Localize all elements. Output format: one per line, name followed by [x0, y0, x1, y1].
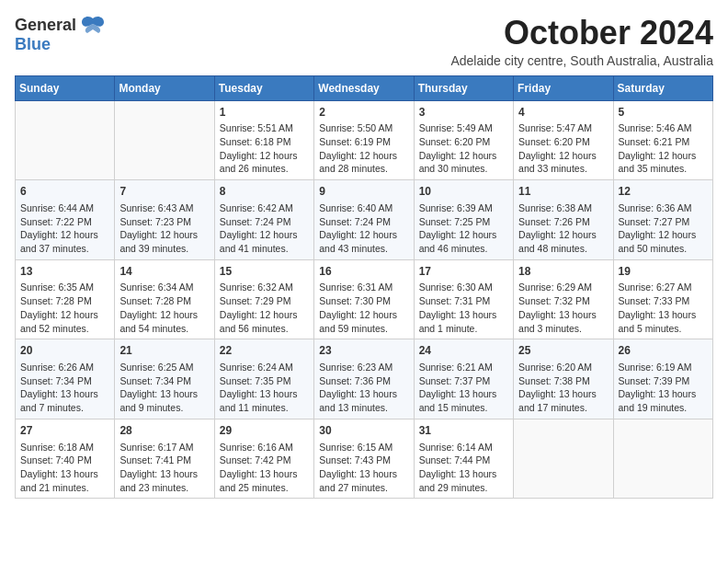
day-info: Sunrise: 6:44 AM Sunset: 7:22 PM Dayligh… — [20, 201, 109, 256]
day-info: Sunrise: 6:35 AM Sunset: 7:28 PM Dayligh… — [20, 281, 109, 335]
day-info: Sunrise: 6:18 AM Sunset: 7:40 PM Dayligh… — [20, 441, 109, 495]
day-number: 29 — [220, 423, 309, 439]
day-info: Sunrise: 6:42 AM Sunset: 7:24 PM Dayligh… — [220, 201, 309, 256]
day-of-week-header: Tuesday — [214, 75, 313, 100]
calendar-cell: 5Sunrise: 5:46 AM Sunset: 6:21 PM Daylig… — [613, 100, 712, 180]
calendar-week-row: 13Sunrise: 6:35 AM Sunset: 7:28 PM Dayli… — [16, 259, 713, 339]
day-info: Sunrise: 5:47 AM Sunset: 6:20 PM Dayligh… — [518, 121, 608, 176]
day-number: 6 — [20, 184, 109, 200]
calendar-cell: 7Sunrise: 6:43 AM Sunset: 7:23 PM Daylig… — [115, 180, 214, 260]
calendar-cell: 17Sunrise: 6:30 AM Sunset: 7:31 PM Dayli… — [414, 259, 513, 339]
calendar-cell: 10Sunrise: 6:39 AM Sunset: 7:25 PM Dayli… — [414, 180, 513, 260]
day-number: 20 — [20, 343, 109, 359]
day-info: Sunrise: 6:20 AM Sunset: 7:38 PM Dayligh… — [518, 361, 608, 415]
day-info: Sunrise: 6:39 AM Sunset: 7:25 PM Dayligh… — [419, 201, 508, 256]
calendar-cell: 8Sunrise: 6:42 AM Sunset: 7:24 PM Daylig… — [214, 180, 313, 260]
calendar-cell: 9Sunrise: 6:40 AM Sunset: 7:24 PM Daylig… — [314, 180, 414, 260]
day-number: 8 — [220, 184, 309, 200]
day-info: Sunrise: 6:29 AM Sunset: 7:32 PM Dayligh… — [518, 281, 608, 335]
day-number: 5 — [619, 105, 708, 121]
logo-bird-icon — [80, 15, 106, 35]
day-info: Sunrise: 5:51 AM Sunset: 6:18 PM Dayligh… — [220, 121, 309, 176]
day-number: 21 — [119, 343, 209, 359]
day-number: 9 — [319, 184, 408, 200]
calendar-cell: 19Sunrise: 6:27 AM Sunset: 7:33 PM Dayli… — [613, 259, 712, 339]
calendar-cell — [16, 100, 115, 180]
day-of-week-header: Sunday — [16, 75, 115, 100]
day-number: 17 — [419, 264, 508, 280]
calendar-cell: 3Sunrise: 5:49 AM Sunset: 6:20 PM Daylig… — [414, 100, 513, 180]
calendar-cell — [613, 419, 712, 499]
calendar-cell: 16Sunrise: 6:31 AM Sunset: 7:30 PM Dayli… — [314, 259, 414, 339]
day-info: Sunrise: 5:49 AM Sunset: 6:20 PM Dayligh… — [419, 121, 508, 176]
day-number: 31 — [419, 423, 508, 439]
month-title: October 2024 — [450, 15, 713, 52]
day-number: 26 — [619, 343, 708, 359]
day-number: 22 — [220, 343, 309, 359]
day-info: Sunrise: 6:30 AM Sunset: 7:31 PM Dayligh… — [419, 281, 508, 335]
day-info: Sunrise: 5:50 AM Sunset: 6:19 PM Dayligh… — [319, 121, 408, 176]
calendar-cell: 18Sunrise: 6:29 AM Sunset: 7:32 PM Dayli… — [514, 259, 613, 339]
day-info: Sunrise: 6:23 AM Sunset: 7:36 PM Dayligh… — [319, 361, 408, 415]
calendar-cell: 28Sunrise: 6:17 AM Sunset: 7:41 PM Dayli… — [115, 419, 214, 499]
day-of-week-header: Monday — [115, 75, 214, 100]
calendar-week-row: 20Sunrise: 6:26 AM Sunset: 7:34 PM Dayli… — [16, 339, 713, 419]
day-number: 10 — [419, 184, 508, 200]
day-info: Sunrise: 6:15 AM Sunset: 7:43 PM Dayligh… — [319, 441, 408, 495]
calendar-cell: 14Sunrise: 6:34 AM Sunset: 7:28 PM Dayli… — [115, 259, 214, 339]
day-number: 13 — [20, 264, 109, 280]
day-info: Sunrise: 6:38 AM Sunset: 7:26 PM Dayligh… — [518, 201, 608, 256]
calendar-cell: 31Sunrise: 6:14 AM Sunset: 7:44 PM Dayli… — [414, 419, 513, 499]
calendar-header-row: SundayMondayTuesdayWednesdayThursdayFrid… — [16, 75, 713, 100]
day-info: Sunrise: 6:24 AM Sunset: 7:35 PM Dayligh… — [220, 361, 309, 415]
day-number: 25 — [518, 343, 608, 359]
day-info: Sunrise: 6:14 AM Sunset: 7:44 PM Dayligh… — [419, 441, 508, 495]
calendar-cell: 27Sunrise: 6:18 AM Sunset: 7:40 PM Dayli… — [16, 419, 115, 499]
day-info: Sunrise: 6:16 AM Sunset: 7:42 PM Dayligh… — [220, 441, 309, 495]
logo-blue-text: Blue — [15, 35, 51, 53]
day-number: 24 — [419, 343, 508, 359]
calendar-week-row: 27Sunrise: 6:18 AM Sunset: 7:40 PM Dayli… — [16, 419, 713, 499]
day-number: 16 — [319, 264, 408, 280]
day-info: Sunrise: 6:43 AM Sunset: 7:23 PM Dayligh… — [119, 201, 209, 256]
day-number: 14 — [119, 264, 209, 280]
day-info: Sunrise: 6:36 AM Sunset: 7:27 PM Dayligh… — [619, 201, 708, 256]
day-of-week-header: Friday — [514, 75, 613, 100]
calendar-week-row: 1Sunrise: 5:51 AM Sunset: 6:18 PM Daylig… — [16, 100, 713, 180]
calendar-cell: 30Sunrise: 6:15 AM Sunset: 7:43 PM Dayli… — [314, 419, 414, 499]
calendar-cell: 20Sunrise: 6:26 AM Sunset: 7:34 PM Dayli… — [16, 339, 115, 419]
calendar-cell: 13Sunrise: 6:35 AM Sunset: 7:28 PM Dayli… — [16, 259, 115, 339]
calendar-week-row: 6Sunrise: 6:44 AM Sunset: 7:22 PM Daylig… — [16, 180, 713, 260]
calendar-cell: 12Sunrise: 6:36 AM Sunset: 7:27 PM Dayli… — [613, 180, 712, 260]
day-info: Sunrise: 6:31 AM Sunset: 7:30 PM Dayligh… — [319, 281, 408, 335]
calendar-cell: 29Sunrise: 6:16 AM Sunset: 7:42 PM Dayli… — [214, 419, 313, 499]
title-block: October 2024 Adelaide city centre, South… — [450, 15, 713, 68]
day-number: 12 — [619, 184, 708, 200]
calendar-cell: 1Sunrise: 5:51 AM Sunset: 6:18 PM Daylig… — [214, 100, 313, 180]
day-number: 7 — [119, 184, 209, 200]
day-info: Sunrise: 6:40 AM Sunset: 7:24 PM Dayligh… — [319, 201, 408, 256]
day-info: Sunrise: 6:34 AM Sunset: 7:28 PM Dayligh… — [119, 281, 209, 335]
day-number: 1 — [220, 105, 309, 121]
day-of-week-header: Saturday — [613, 75, 712, 100]
calendar-cell: 4Sunrise: 5:47 AM Sunset: 6:20 PM Daylig… — [514, 100, 613, 180]
calendar-cell: 25Sunrise: 6:20 AM Sunset: 7:38 PM Dayli… — [514, 339, 613, 419]
day-info: Sunrise: 5:46 AM Sunset: 6:21 PM Dayligh… — [619, 121, 708, 176]
day-number: 27 — [20, 423, 109, 439]
day-of-week-header: Wednesday — [314, 75, 414, 100]
day-number: 11 — [518, 184, 608, 200]
calendar-cell: 11Sunrise: 6:38 AM Sunset: 7:26 PM Dayli… — [514, 180, 613, 260]
day-info: Sunrise: 6:19 AM Sunset: 7:39 PM Dayligh… — [619, 361, 708, 415]
day-number: 18 — [518, 264, 608, 280]
day-info: Sunrise: 6:26 AM Sunset: 7:34 PM Dayligh… — [20, 361, 109, 415]
day-info: Sunrise: 6:32 AM Sunset: 7:29 PM Dayligh… — [220, 281, 309, 335]
day-info: Sunrise: 6:25 AM Sunset: 7:34 PM Dayligh… — [119, 361, 209, 415]
day-info: Sunrise: 6:17 AM Sunset: 7:41 PM Dayligh… — [119, 441, 209, 495]
calendar-cell: 24Sunrise: 6:21 AM Sunset: 7:37 PM Dayli… — [414, 339, 513, 419]
calendar-cell: 22Sunrise: 6:24 AM Sunset: 7:35 PM Dayli… — [214, 339, 313, 419]
day-of-week-header: Thursday — [414, 75, 513, 100]
calendar-cell: 15Sunrise: 6:32 AM Sunset: 7:29 PM Dayli… — [214, 259, 313, 339]
location-subtitle: Adelaide city centre, South Australia, A… — [450, 53, 713, 68]
day-number: 19 — [619, 264, 708, 280]
logo: General Blue — [15, 15, 106, 54]
